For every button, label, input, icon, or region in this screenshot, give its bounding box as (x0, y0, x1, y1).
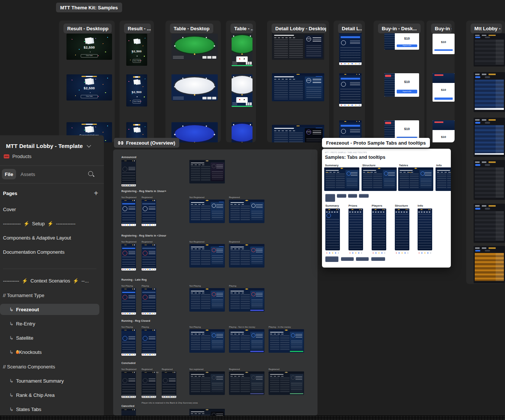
mobile-screen-thumbnail[interactable] (142, 371, 156, 398)
buyin-mobile-thumbnail[interactable]: $10 (433, 73, 455, 102)
frame-title-pill[interactable]: Buy-in -... (431, 24, 452, 33)
proto-desktop-thumbnail[interactable] (324, 167, 359, 191)
frame-title-pill[interactable]: Detail Lobby - Desktop (272, 24, 326, 33)
desktop-screen-thumbnail[interactable] (229, 329, 264, 353)
buyin-desktop-thumbnail[interactable]: $10Register for $10 (384, 73, 419, 97)
sidebar-page-item-states-tabs[interactable]: ↳States Tabs (9, 406, 41, 412)
proto-mobile-thumbnail[interactable] (418, 209, 432, 250)
section-title[interactable]: Running - Late Reg (121, 278, 147, 281)
mobile-screen-thumbnail[interactable] (121, 160, 136, 186)
canvas-frame-column[interactable]: Buy-in -...$10$10$10 (427, 21, 455, 142)
page-separator-item[interactable]: ----------- ⚡ Setup ⚡ ------------ (3, 220, 75, 226)
buyin-desktop-thumbnail[interactable]: $10Register for $10 (384, 32, 419, 50)
sidebar-page-item--scenario-components[interactable]: // Scenario Components (3, 364, 55, 370)
desktop-screen-thumbnail[interactable] (189, 160, 225, 183)
sidebar-page-item--tournament-type[interactable]: // Tournament Type (3, 292, 44, 298)
sidebar-page-item-tournament-summary[interactable]: ↳Tournament Summary (9, 378, 64, 384)
frame-title-pill[interactable]: Mtt Lobby - D... (471, 24, 502, 33)
sidebar-page-item-rank-chip-area[interactable]: ↳Rank & Chip Area (9, 392, 55, 398)
proto-desktop-thumbnail[interactable] (362, 167, 397, 191)
frame-title-pill[interactable]: Buy-in - Desk... (378, 24, 421, 33)
desktop-screen-thumbnail[interactable] (189, 371, 225, 395)
section-title[interactable]: Announced (121, 156, 136, 158)
desktop-screen-thumbnail[interactable] (229, 200, 264, 223)
table-desktop-thumbnail[interactable] (171, 74, 218, 101)
frame-title-proto-samples[interactable]: Freezeout - Proto Sample Tabs and toolti… (322, 138, 430, 148)
result-desktop-thumbnail[interactable]: $2,500Close Table (66, 34, 112, 60)
mtt-desktop-thumbnail[interactable] (474, 204, 505, 243)
frame-title-pill[interactable]: Result - ... (124, 24, 151, 33)
frame-title-pill[interactable]: Detail L... (338, 24, 362, 33)
sidebar-page-item-freezeout[interactable]: ↳Freezeout (9, 306, 39, 312)
mobile-screen-thumbnail[interactable] (142, 288, 156, 315)
mobile-screen-thumbnail[interactable] (162, 371, 176, 398)
sidebar-page-item-documentation-components[interactable]: Documentation Components (3, 249, 65, 255)
proto-mobile-thumbnail[interactable] (395, 209, 409, 250)
result-mobile-thumbnail[interactable]: $2,500Close Table (126, 34, 147, 66)
mtt-desktop-thumbnail[interactable] (474, 33, 505, 67)
page-separator-item[interactable]: ---------- ⚡ Context Scenarios ⚡ --... (3, 278, 89, 284)
desktop-screen-thumbnail[interactable] (229, 371, 264, 395)
mobile-screen-thumbnail[interactable] (121, 200, 136, 226)
sidebar-page-item-components-adaptive-layout[interactable]: Components & Adaptive Layout (3, 235, 71, 241)
freezeout-overview-frame[interactable]: AnnouncedRegistering - Reg Starts in 1ho… (113, 149, 317, 416)
table-mobile-thumbnail[interactable] (232, 122, 252, 142)
file-title-row[interactable]: MTT Detail Lobby - Template (6, 143, 90, 149)
canvas-frame-column[interactable]: Table - ... (226, 21, 256, 142)
desktop-screen-thumbnail[interactable] (189, 409, 225, 416)
mtt-desktop-thumbnail[interactable] (474, 160, 505, 200)
section-title[interactable]: Cancelled (121, 405, 134, 407)
mobile-screen-thumbnail[interactable] (121, 329, 136, 356)
buyin-mobile-thumbnail[interactable]: $10 (433, 34, 455, 54)
section-title[interactable]: Registering - Reg Starts in <1hour (121, 234, 166, 237)
sidebar-page-item-re-entry[interactable]: ↳Re-Entry (9, 321, 35, 327)
mtt-desktop-thumbnail[interactable] (474, 118, 505, 157)
mobile-screen-thumbnail[interactable] (121, 288, 136, 315)
result-desktop-thumbnail[interactable]: $2,500Close Table (66, 74, 112, 101)
frame-title-freezeout-overview[interactable]: Freezeout (Overview) (114, 138, 179, 148)
mtt-desktop-thumbnail[interactable] (474, 246, 505, 283)
add-page-icon[interactable]: + (94, 190, 98, 197)
section-title[interactable]: Concluded (121, 362, 136, 364)
mobile-screen-thumbnail[interactable] (121, 371, 136, 398)
lobby-mobile-thumbnail[interactable] (339, 32, 362, 65)
result-mobile-thumbnail[interactable]: $2,500Close Table (126, 74, 147, 106)
desktop-screen-thumbnail[interactable] (189, 329, 225, 353)
frame-title-pill[interactable]: Table - Desktop (170, 24, 213, 33)
table-mobile-thumbnail[interactable] (232, 74, 252, 107)
table-mobile-thumbnail[interactable] (232, 34, 252, 66)
proto-mobile-thumbnail[interactable] (372, 209, 386, 250)
desktop-screen-thumbnail[interactable] (189, 200, 225, 223)
frame-title-pill[interactable]: Result - Desktopp (63, 24, 112, 33)
canvas-frame-column[interactable]: Detail Lobby - Desktop1h 45m1h 45m1h 45m (267, 21, 329, 142)
sidebar-page-item-cover[interactable]: Cover (3, 206, 16, 212)
canvas-frame-column[interactable]: Detail L... (334, 21, 365, 142)
desktop-screen-thumbnail[interactable] (189, 288, 225, 312)
desktop-screen-thumbnail[interactable] (269, 329, 304, 353)
lobby-desktop-thumbnail[interactable]: 1h 45m (272, 32, 324, 60)
canvas-frame-column[interactable]: Result - ...$2,500Close Table$2,500Close… (120, 21, 154, 142)
canvas-frame-column[interactable]: Buy-in - Desk...$10Register for $10$10Re… (374, 21, 424, 142)
proto-samples-panel[interactable]: MTT / PROTO SAMPLE / TABS AND TOOLTIPS S… (322, 149, 451, 268)
lobby-desktop-thumbnail[interactable]: 1h 45m (272, 73, 324, 101)
canvas-frame-column[interactable]: Mtt Lobby - D... (466, 21, 505, 284)
buyin-mobile-thumbnail[interactable]: $10 (433, 120, 455, 142)
canvas-frame-column[interactable]: Result - Desktopp$2,500Close Table$2,500… (59, 21, 115, 142)
proto-mobile-thumbnail[interactable] (348, 209, 363, 250)
desktop-screen-thumbnail[interactable] (229, 288, 264, 312)
mobile-screen-thumbnail[interactable] (121, 244, 136, 271)
proto-desktop-thumbnail[interactable] (398, 167, 433, 191)
table-desktop-thumbnail[interactable] (171, 34, 218, 60)
mtt-desktop-thumbnail[interactable] (474, 72, 505, 112)
lobby-mobile-thumbnail[interactable] (339, 73, 362, 106)
section-title[interactable]: Running - Reg Closed (121, 319, 150, 322)
sidebar-page-item--knockouts[interactable]: ↳Knockouts (9, 349, 42, 355)
proto-mobile-thumbnail[interactable] (325, 209, 340, 250)
tab-assets[interactable]: Assets (21, 172, 35, 177)
board-file-tab[interactable]: MTT Theme Kit: Samples (56, 3, 122, 12)
frame-title-pill[interactable]: Table - ... (230, 24, 253, 33)
mobile-screen-thumbnail[interactable] (142, 200, 156, 226)
desktop-screen-thumbnail[interactable] (229, 244, 264, 268)
proto-desktop-thumbnail[interactable] (436, 167, 451, 191)
tab-file[interactable]: File (2, 169, 16, 179)
